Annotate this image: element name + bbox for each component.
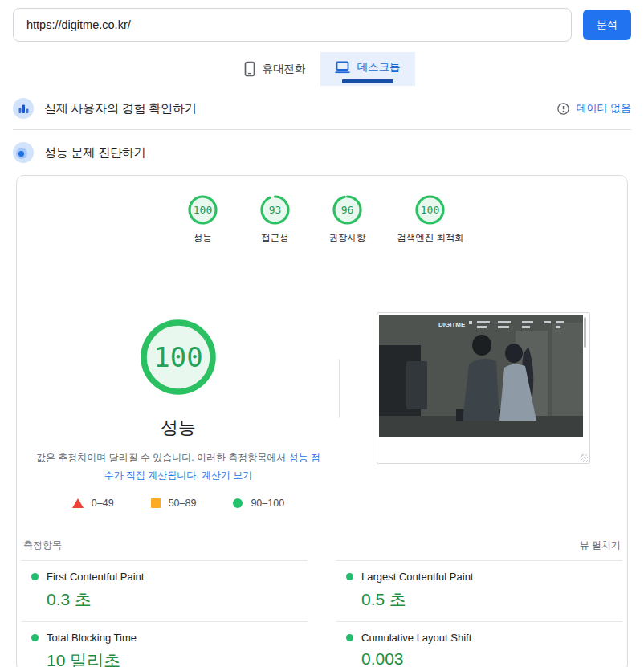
legend-range: 50–89 — [169, 498, 197, 509]
score-performance[interactable]: 100 성능 — [180, 195, 225, 244]
desc-text: 값은 추정치이며 달라질 수 있습니다. 이러한 측정항목에서 — [36, 452, 289, 463]
green-dot-icon — [346, 634, 353, 641]
tab-active-underline — [342, 79, 393, 83]
tab-desktop-label: 데스크톱 — [357, 60, 401, 75]
lab-data-icon — [13, 142, 34, 163]
legend-pass: 90–100 — [233, 498, 284, 509]
metrics-title: 측정항목 — [23, 539, 62, 552]
device-tabs: 휴대전화 데스크톱 — [0, 52, 644, 86]
tab-desktop[interactable]: 데스크톱 — [320, 52, 415, 86]
metric-name: Cumulative Layout Shift — [361, 632, 471, 644]
svg-text:DIGITME: DIGITME — [438, 321, 466, 328]
metric-tbt: Total Blocking Time 10 밀리초 — [22, 621, 308, 667]
legend-range: 0–49 — [92, 498, 114, 509]
green-circle-icon — [233, 498, 243, 508]
metrics-header: 측정항목 뷰 펼치기 — [22, 539, 622, 560]
legend-range: 90–100 — [251, 498, 284, 509]
legend-average: 50–89 — [151, 498, 197, 509]
no-data-label: 데이터 없음 — [576, 101, 631, 116]
metric-name: Largest Contentful Paint — [361, 571, 473, 583]
score-best-practices[interactable]: 96 권장사항 — [324, 195, 369, 244]
green-dot-icon — [31, 634, 39, 641]
metric-name: Total Blocking Time — [47, 632, 137, 644]
field-data-icon — [13, 98, 34, 119]
page-screenshot-thumbnail[interactable]: DIGITME — [377, 312, 590, 464]
red-triangle-icon — [72, 498, 84, 508]
green-dot-icon — [31, 573, 39, 580]
thumbnail-scrollbar — [584, 317, 586, 348]
info-icon — [557, 103, 569, 115]
legend-fail: 0–49 — [72, 498, 114, 509]
score-label: 성능 — [194, 232, 212, 244]
metric-value: 0.5 초 — [361, 588, 622, 611]
lighthouse-report-card: 100 성능 93 접근성 96 권장사항 100 — [16, 175, 628, 667]
orange-square-icon — [151, 498, 161, 508]
phone-icon — [244, 61, 255, 77]
performance-panel: 100 성능 값은 추정치이며 달라질 수 있습니다. 이러한 측정항목에서 성… — [17, 291, 627, 509]
svg-text:100: 100 — [421, 204, 439, 216]
tab-mobile-label: 휴대전화 — [263, 62, 306, 76]
desc-separator: . — [196, 470, 202, 481]
metric-fcp: First Contentful Paint 0.3 초 — [22, 560, 308, 621]
performance-gauge[interactable]: 100 — [141, 319, 216, 395]
section-lab-title: 성능 문제 진단하기 — [44, 145, 145, 161]
metric-name: First Contentful Paint — [47, 571, 144, 583]
analyze-button[interactable]: 분석 — [583, 10, 631, 40]
vertical-divider — [339, 359, 340, 418]
svg-text:100: 100 — [193, 204, 211, 216]
metric-value: 10 밀리초 — [47, 649, 308, 667]
desktop-icon — [335, 61, 350, 74]
url-toolbar: 분석 — [0, 0, 644, 42]
metric-value: 0.003 — [361, 649, 622, 667]
score-label: 접근성 — [261, 232, 289, 244]
calculator-link[interactable]: 계산기 보기 — [202, 470, 252, 481]
score-accessibility[interactable]: 93 접근성 — [252, 195, 297, 244]
thumbnail-resize-handle — [581, 454, 588, 462]
section-lab-header: 성능 문제 진단하기 — [0, 130, 644, 173]
score-label: 검색엔진 최적화 — [397, 232, 464, 244]
gauge-category-label: 성능 — [161, 416, 196, 440]
metric-lcp: Largest Contentful Paint 0.5 초 — [336, 560, 622, 621]
score-label: 권장사항 — [328, 232, 365, 244]
tab-mobile[interactable]: 휴대전화 — [230, 52, 320, 86]
svg-text:100: 100 — [153, 341, 202, 373]
svg-text:96: 96 — [340, 204, 353, 216]
score-seo[interactable]: 100 검색엔진 최적화 — [397, 195, 464, 244]
gauge-description: 값은 추정치이며 달라질 수 있습니다. 이러한 측정항목에서 성능 점수가 직… — [35, 449, 322, 484]
section-field-title: 실제 사용자의 경험 확인하기 — [44, 101, 197, 116]
metric-cls: Cumulative Layout Shift 0.003 — [336, 621, 622, 667]
no-data-status[interactable]: 데이터 없음 — [557, 101, 631, 116]
url-input[interactable] — [13, 8, 572, 42]
metrics-grid: First Contentful Paint 0.3 초 Largest Con… — [22, 560, 622, 667]
expand-view-button[interactable]: 뷰 펼치기 — [580, 539, 621, 552]
gauge-column: 100 성능 값은 추정치이며 달라질 수 있습니다. 이러한 측정항목에서 성… — [17, 291, 340, 509]
section-field-header: 실제 사용자의 경험 확인하기 데이터 없음 — [0, 86, 644, 129]
category-scores: 100 성능 93 접근성 96 권장사항 100 — [17, 176, 627, 244]
site-screenshot-image: DIGITME — [379, 315, 583, 437]
score-legend: 0–49 50–89 90–100 — [72, 498, 284, 509]
metric-value: 0.3 초 — [47, 588, 308, 611]
svg-text:93: 93 — [268, 204, 281, 216]
screenshot-column: DIGITME — [340, 291, 627, 509]
metrics-section: 측정항목 뷰 펼치기 First Contentful Paint 0.3 초 … — [17, 539, 627, 667]
green-dot-icon — [346, 573, 353, 580]
